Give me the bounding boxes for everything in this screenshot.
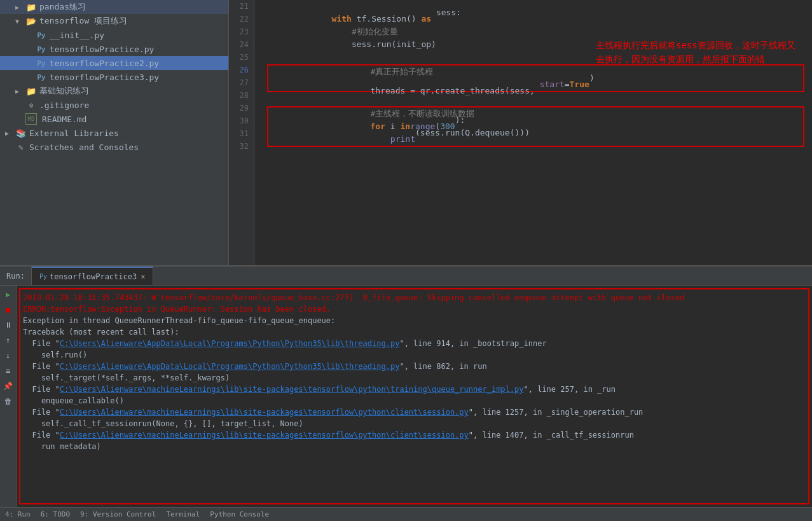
console-line-11: File "C:\Users\Alienware\machineLearning… <box>23 406 806 418</box>
status-python-console[interactable]: Python Console <box>210 510 269 518</box>
status-vcs[interactable]: 9: Version Control <box>80 510 156 518</box>
sidebar-item-label: Scratches and Consoles <box>29 142 139 152</box>
traceback-link-1[interactable]: C:\Users\Alienware\AppData\Local\Program… <box>60 339 400 348</box>
sidebar-item-label: tensorflow 项目练习 <box>39 15 127 27</box>
console-output: 2019-01-20 18:31:35.743437: W tensorflow… <box>19 288 809 504</box>
status-todo[interactable]: 6: TODO <box>41 510 70 518</box>
code-line-31: print(sess.run(Q.dequeue())) <box>271 133 801 146</box>
line-num-26: 26 <box>234 64 249 76</box>
py-icon: Py <box>36 43 47 55</box>
folder-icon: 📁 <box>25 1 37 13</box>
console-line-3: Exception in thread QueueRunnerThread-fi… <box>23 315 806 326</box>
line-num-29: 29 <box>234 102 249 115</box>
line-num-27: 27 <box>234 76 249 89</box>
line-num-22: 22 <box>234 13 249 25</box>
console-line-2: ERROR:tensorflow:Exception in QueueRunne… <box>23 303 806 315</box>
scratch-icon: ✎ <box>15 141 27 153</box>
arrow-spacer <box>15 116 25 123</box>
code-line-21 <box>262 0 804 13</box>
sidebar-item-scratches[interactable]: ✎ Scratches and Consoles <box>0 140 228 154</box>
arrow-spacer <box>25 60 36 67</box>
run-tab[interactable]: Py tensorflowPractice3 × <box>32 267 154 285</box>
line-num-24: 24 <box>234 38 249 51</box>
pause-button[interactable]: ⏸ <box>2 319 15 331</box>
code-line-27: threads = qr.create_threads(sess, start=… <box>271 78 801 91</box>
status-run[interactable]: 4: Run <box>5 510 31 518</box>
settings-button[interactable]: ≡ <box>2 365 15 377</box>
console-line-8: self._target(*self._args, **self._kwargs… <box>23 372 806 384</box>
status-bar: 4: Run 6: TODO 9: Version Control Termin… <box>0 507 812 521</box>
console-line-1: 2019-01-20 18:31:35.743437: W tensorflow… <box>23 292 806 303</box>
arrow-spacer <box>5 144 15 151</box>
traceback-link-4[interactable]: C:\Users\Alienware\machineLearnings\lib\… <box>60 408 469 417</box>
sidebar-item-tf1[interactable]: Py tensorflowPractice.py <box>0 42 228 56</box>
line-num-31: 31 <box>234 127 249 140</box>
traceback-link-2[interactable]: C:\Users\Alienware\AppData\Local\Program… <box>60 362 400 371</box>
sidebar-item-label: tensorflowPractice.py <box>50 45 154 54</box>
stop-button[interactable]: ■ <box>2 303 15 316</box>
console-line-10: enqueue_callable() <box>23 395 806 406</box>
console-line-6: self.run() <box>23 349 806 361</box>
arrow-icon: ▶ <box>15 4 25 11</box>
sidebar-item-readme[interactable]: MD README.md <box>0 112 228 126</box>
bottom-tabs-bar: Run: Py tensorflowPractice3 × <box>0 267 812 286</box>
console-with-toolbar: ▶ ■ ⏸ ↑ ↓ ≡ 📌 🗑 2019-01-20 18:31:35.7434… <box>0 286 812 507</box>
sidebar-item-tf3[interactable]: Py tensorflowPractice3.py <box>0 70 228 84</box>
folder-icon: 📂 <box>25 15 37 27</box>
sidebar-item-label: tensorflowPractice2.py <box>50 59 159 68</box>
arrow-spacer <box>25 32 36 39</box>
red-box-1: #真正开始子线程 threads = qr.create_threads(ses… <box>267 64 804 92</box>
sidebar-item-label: 基础知识练习 <box>39 85 89 97</box>
clear-button[interactable]: 🗑 <box>2 395 15 408</box>
sidebar-item-label: .gitignore <box>39 101 89 110</box>
sidebar-item-basic[interactable]: ▶ 📁 基础知识练习 <box>0 84 228 98</box>
console-line-13: File "C:\Users\Alienware\machineLearning… <box>23 429 806 441</box>
run-label: Run: <box>0 267 32 285</box>
py-tab-icon: Py <box>39 273 47 280</box>
arrow-spacer <box>25 46 36 53</box>
main-container: ▶ 📁 pandas练习 ▼ 📂 tensorflow 项目练习 Py __in… <box>0 0 812 265</box>
arrow-spacer <box>25 74 36 81</box>
py-icon: Py <box>36 71 47 83</box>
pin-button[interactable]: 📌 <box>2 380 15 392</box>
py-icon: Py <box>36 57 47 69</box>
traceback-link-5[interactable]: C:\Users\Alienware\machineLearnings\lib\… <box>60 431 469 440</box>
arrow-icon: ▶ <box>15 88 25 95</box>
scroll-up-button[interactable]: ↑ <box>2 334 15 347</box>
git-icon: ⚙ <box>25 99 37 111</box>
sidebar-item-pandas[interactable]: ▶ 📁 pandas练习 <box>0 0 228 14</box>
line-numbers: 21 22 23 24 25 26 27 28 29 30 31 32 <box>229 0 254 265</box>
line-num-32: 32 <box>234 140 249 153</box>
sidebar-item-label: pandas练习 <box>39 1 86 13</box>
sidebar-item-init[interactable]: Py __init__.py <box>0 28 228 42</box>
run-toolbar: ▶ ■ ⏸ ↑ ↓ ≡ 📌 🗑 <box>0 286 17 507</box>
sidebar-item-extlibs[interactable]: ▶ 📚 External Libraries <box>0 126 228 140</box>
run-button[interactable]: ▶ <box>2 288 15 301</box>
sidebar-item-tensorflow[interactable]: ▼ 📂 tensorflow 项目练习 <box>0 14 228 28</box>
traceback-link-3[interactable]: C:\Users\Alienware\machineLearnings\lib\… <box>60 385 524 394</box>
tab-close-button[interactable]: × <box>141 272 145 281</box>
status-terminal[interactable]: Terminal <box>166 510 200 518</box>
scroll-down-button[interactable]: ↓ <box>2 349 15 362</box>
md-icon: MD <box>25 113 37 125</box>
sidebar-item-label: External Libraries <box>29 129 119 138</box>
code-annotation: 主线程执行完后就将sess资源回收，这时子线程又去执行，因为没有资源用，然后报下… <box>596 38 799 67</box>
py-icon: Py <box>36 29 47 41</box>
console-line-12: self._call_tf_sessionrun(None, {}, [], t… <box>23 418 806 429</box>
line-num-30: 30 <box>234 115 249 127</box>
line-num-25: 25 <box>234 51 249 64</box>
console-line-7: File "C:\Users\Alienware\AppData\Local\P… <box>23 361 806 372</box>
sidebar-item-label: tensorflowPractice3.py <box>50 73 159 82</box>
console-line-5: File "C:\Users\Alienware\AppData\Local\P… <box>23 338 806 349</box>
console-line-14: run metadata) <box>23 441 806 452</box>
red-box-2: #主线程，不断读取训练数据 for i in range(300): print… <box>267 106 804 147</box>
code-editor-area: 21 22 23 24 25 26 27 28 29 30 31 32 wi <box>229 0 812 265</box>
console-output-wrapper: 2019-01-20 18:31:35.743437: W tensorflow… <box>17 286 812 507</box>
tab-label: tensorflowPractice3 <box>50 272 137 281</box>
sidebar-item-label: __init__.py <box>50 31 104 40</box>
console-line-4: Traceback (most recent call last): <box>23 326 806 338</box>
sidebar-item-gitignore[interactable]: ⚙ .gitignore <box>0 98 228 112</box>
arrow-spacer <box>15 102 25 109</box>
folder-icon: 📁 <box>25 85 37 97</box>
sidebar-item-tf2[interactable]: Py tensorflowPractice2.py <box>0 56 228 70</box>
